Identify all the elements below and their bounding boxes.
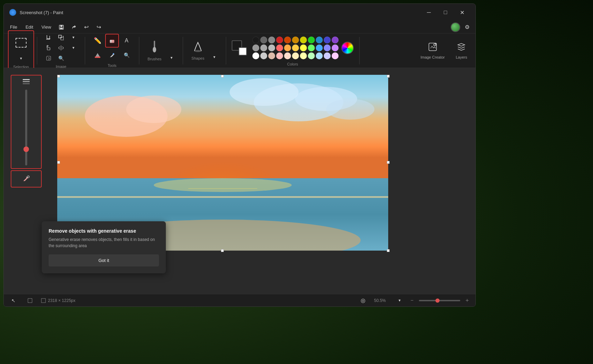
color-lblue[interactable] [316, 44, 323, 51]
menu-edit[interactable]: Edit [22, 23, 37, 31]
redo-button[interactable]: ↪ [93, 22, 104, 32]
crop-button[interactable] [43, 33, 54, 42]
generative-erase-button[interactable] [11, 170, 42, 188]
color-lemon[interactable] [300, 52, 307, 59]
shapes-button[interactable]: Shapes [189, 39, 207, 62]
color-lgray1[interactable] [252, 44, 259, 51]
zoom-control: 50.5% ▼ － ＋ [374, 296, 471, 305]
zoom-out-button[interactable]: － [408, 296, 416, 305]
svg-rect-3 [59, 35, 61, 38]
share-button[interactable] [68, 22, 79, 32]
undo-button[interactable]: ↩ [81, 22, 92, 32]
svg-rect-33 [41, 299, 46, 303]
image-row-1: ▼ [43, 33, 79, 42]
color-orange[interactable] [284, 37, 291, 43]
shapes-dropdown[interactable]: ▼ [209, 52, 220, 62]
resize-dropdown[interactable]: ▼ [68, 33, 79, 42]
color-cream[interactable] [292, 52, 299, 59]
rotate-button[interactable] [43, 43, 54, 53]
color-peach[interactable] [284, 52, 291, 59]
color-gray1[interactable] [260, 37, 267, 43]
status-bar: ↖ 2318 × 1225px ◎ 50.5% ▼ － ＋ [4, 294, 475, 306]
save-button[interactable] [56, 22, 67, 32]
color-pick-button[interactable] [105, 48, 119, 62]
color-lyellow[interactable] [300, 44, 307, 51]
zoom-dropdown-status[interactable]: ▼ [394, 296, 405, 305]
color-red[interactable] [276, 37, 283, 43]
cursor-tool-status[interactable]: ↖ [8, 296, 19, 305]
color-lgold[interactable] [292, 44, 299, 51]
color-lpurple[interactable] [324, 44, 331, 51]
handle-mid-left[interactable] [57, 161, 60, 164]
color-amber[interactable] [292, 37, 299, 43]
text-button[interactable]: A [120, 34, 133, 48]
color-white[interactable] [252, 52, 259, 59]
maximize-button[interactable]: □ [438, 7, 453, 18]
color-gray2[interactable] [268, 37, 275, 43]
canvas-area[interactable]: Remove objects with generative erase Gen… [4, 68, 475, 294]
image-creator-button[interactable]: Image Creator [416, 39, 449, 62]
color-yellow[interactable] [300, 37, 307, 43]
size-slider-thumb[interactable] [23, 146, 29, 152]
brushes-dropdown[interactable]: ▼ [165, 53, 177, 62]
pencil-button[interactable]: ✏️ [91, 34, 104, 48]
menu-view[interactable]: View [38, 23, 54, 31]
shapes-content: Shapes ▼ [189, 39, 220, 62]
focus-button-status[interactable]: ◎ [358, 296, 369, 305]
handle-top-right[interactable] [387, 75, 390, 78]
color-lgray3[interactable] [268, 44, 275, 51]
color-indigo[interactable] [324, 37, 331, 43]
zoom-button[interactable]: 🔍 [55, 53, 67, 63]
fill-button[interactable] [91, 48, 104, 62]
color-wheel[interactable] [341, 42, 354, 54]
zoom-slider[interactable] [419, 300, 460, 301]
svg-rect-8 [110, 40, 112, 43]
settings-button[interactable]: ⚙ [462, 22, 473, 32]
color-lorange[interactable] [284, 44, 291, 51]
layers-button[interactable]: Layers [452, 39, 471, 62]
color-tan[interactable] [268, 52, 275, 59]
color-black[interactable] [252, 37, 259, 43]
side-toolbar [11, 75, 49, 188]
brushes-button[interactable]: Brushes [145, 39, 164, 62]
color-sky[interactable] [316, 52, 323, 59]
divider-3 [139, 37, 139, 64]
got-it-button[interactable]: Got it [49, 254, 159, 266]
handle-bot-right[interactable] [387, 249, 390, 252]
color-rose[interactable] [332, 52, 339, 59]
flip-button[interactable] [55, 43, 67, 53]
color-lpink[interactable] [332, 44, 339, 51]
menu-file[interactable]: File [7, 23, 21, 31]
color-green[interactable] [308, 37, 315, 43]
handle-bot-center[interactable] [221, 249, 224, 252]
selection-icon [16, 38, 27, 48]
close-button[interactable]: ✕ [454, 7, 470, 18]
color-salmon[interactable] [276, 52, 283, 59]
zoom-tool-button[interactable]: 🔍 [120, 48, 133, 62]
color-violet[interactable] [332, 37, 339, 43]
color-lgreen[interactable] [308, 44, 315, 51]
zoom-thumb[interactable] [435, 299, 440, 303]
select-tool-status[interactable] [24, 296, 36, 305]
handle-mid-right[interactable] [387, 161, 390, 164]
background-color[interactable] [239, 47, 247, 55]
color-lgray2[interactable] [260, 44, 267, 51]
resize-button[interactable] [55, 33, 67, 42]
color-mint[interactable] [308, 52, 315, 59]
profile-avatar[interactable] [451, 22, 460, 32]
eraser-button[interactable] [105, 34, 119, 48]
selection-dropdown[interactable]: ▼ [15, 54, 27, 63]
color-lavender[interactable] [324, 52, 331, 59]
zoom-in-button[interactable]: ＋ [463, 296, 471, 305]
shapes-icon [193, 41, 203, 55]
minimize-button[interactable]: ─ [421, 7, 437, 18]
handle-top-left[interactable] [57, 75, 60, 78]
color-blue[interactable] [316, 37, 323, 43]
handle-top-center[interactable] [221, 75, 224, 78]
ai-select-button[interactable] [43, 53, 54, 63]
selection-button[interactable] [11, 32, 31, 53]
flip-dropdown[interactable]: ▼ [68, 43, 79, 53]
color-silver[interactable] [260, 52, 267, 59]
color-lred[interactable] [276, 44, 283, 51]
size-slider-track[interactable] [25, 90, 27, 165]
